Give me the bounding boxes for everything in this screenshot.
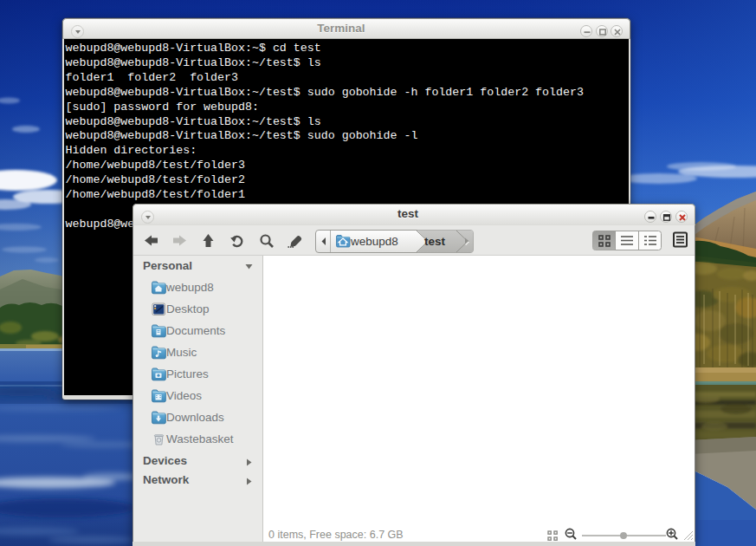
svg-text:test: test bbox=[424, 235, 446, 248]
svg-text:webupd8: webupd8 bbox=[350, 235, 398, 248]
